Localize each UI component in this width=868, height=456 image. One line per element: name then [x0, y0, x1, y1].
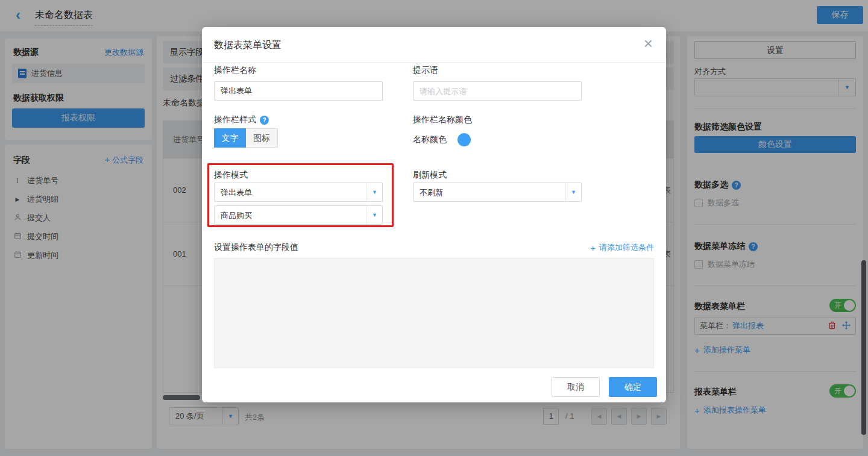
- name-color-text: 名称颜色: [413, 134, 447, 145]
- style-icon-button[interactable]: 图标: [246, 128, 278, 148]
- divider: [202, 62, 666, 63]
- plus-icon: +: [590, 243, 596, 253]
- tip-label: 提示语: [413, 65, 438, 76]
- field-value-area[interactable]: [214, 258, 654, 368]
- action-name-label: 操作栏名称: [214, 65, 256, 76]
- chevron-down-icon: ▼: [366, 206, 382, 224]
- operation-mode-label: 操作模式: [214, 170, 248, 181]
- operation-target-select[interactable]: 商品购买 ▼: [214, 205, 383, 225]
- color-swatch[interactable]: [458, 133, 471, 146]
- operation-target-value: 商品购买: [221, 210, 252, 221]
- chevron-down-icon: ▼: [366, 183, 382, 201]
- name-color-row: 名称颜色: [413, 133, 471, 146]
- style-label: 操作栏样式 ?: [214, 114, 269, 125]
- close-icon[interactable]: ×: [644, 34, 653, 52]
- action-name-input[interactable]: [214, 81, 383, 101]
- field-value-label: 设置操作表单的字段值: [214, 242, 298, 253]
- cancel-button[interactable]: 取消: [552, 377, 600, 397]
- refresh-mode-value: 不刷新: [420, 187, 443, 198]
- tip-input[interactable]: [413, 81, 582, 101]
- name-color-label: 操作栏名称颜色: [413, 114, 472, 125]
- dialog-title: 数据表菜单设置: [214, 39, 281, 52]
- refresh-mode-label: 刷新模式: [413, 170, 447, 181]
- operation-mode-value: 弹出表单: [221, 187, 252, 198]
- confirm-button[interactable]: 确定: [609, 377, 657, 397]
- style-text-button[interactable]: 文字: [214, 128, 246, 148]
- refresh-mode-select[interactable]: 不刷新 ▼: [413, 183, 582, 202]
- help-icon[interactable]: ?: [260, 116, 269, 125]
- style-segment: 文字 图标: [214, 128, 278, 148]
- operation-mode-select[interactable]: 弹出表单 ▼: [214, 183, 383, 202]
- add-filter-link[interactable]: + 请添加筛选条件: [590, 242, 654, 253]
- table-menu-settings-dialog: 数据表菜单设置 × 操作栏名称 提示语 操作栏样式 ? 文字 图标 操作栏名称颜…: [202, 27, 666, 402]
- chevron-down-icon: ▼: [565, 183, 581, 201]
